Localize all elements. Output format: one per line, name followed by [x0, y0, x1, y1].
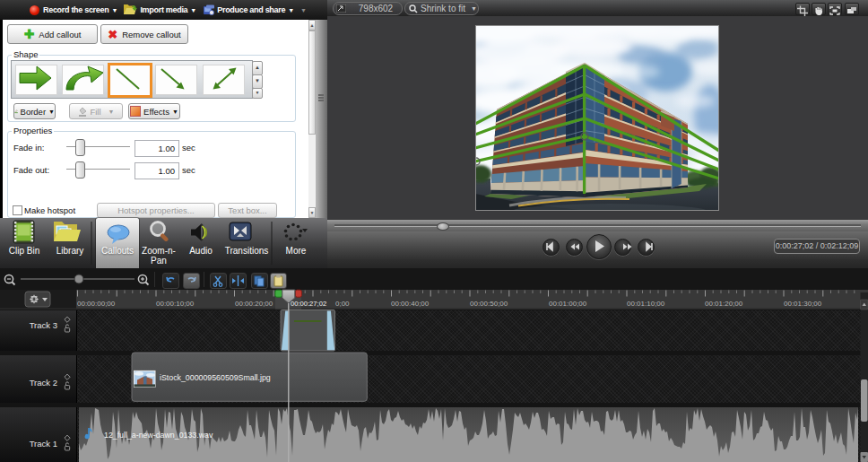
svg-text:00:00:20;00: 00:00:20;00	[235, 300, 273, 308]
svg-text:00:01:10;00: 00:01:10;00	[627, 300, 665, 308]
svg-text:00:01:20;00: 00:01:20;00	[705, 300, 743, 308]
svg-text:iStock_000009560509Small.jpg: iStock_000009560509Small.jpg	[160, 373, 271, 382]
svg-text:00:00:10;00: 00:00:10;00	[156, 300, 195, 308]
svg-text:00:00:40;00: 00:00:40;00	[391, 300, 430, 308]
svg-text:00:00:27;02: 00:00:27;02	[291, 300, 326, 308]
svg-text:00:01:30;00: 00:01:30;00	[784, 300, 822, 308]
svg-text:12_full_a-new-dawn_0133.wav: 12_full_a-new-dawn_0133.wav	[104, 431, 213, 440]
svg-text:00:00:50;00: 00:00:50;00	[470, 300, 508, 308]
svg-text:0;00: 0;00	[335, 300, 350, 308]
svg-text:00:01:00;00: 00:01:00;00	[549, 300, 587, 308]
svg-text:00:00:00;00: 00:00:00;00	[77, 300, 116, 308]
